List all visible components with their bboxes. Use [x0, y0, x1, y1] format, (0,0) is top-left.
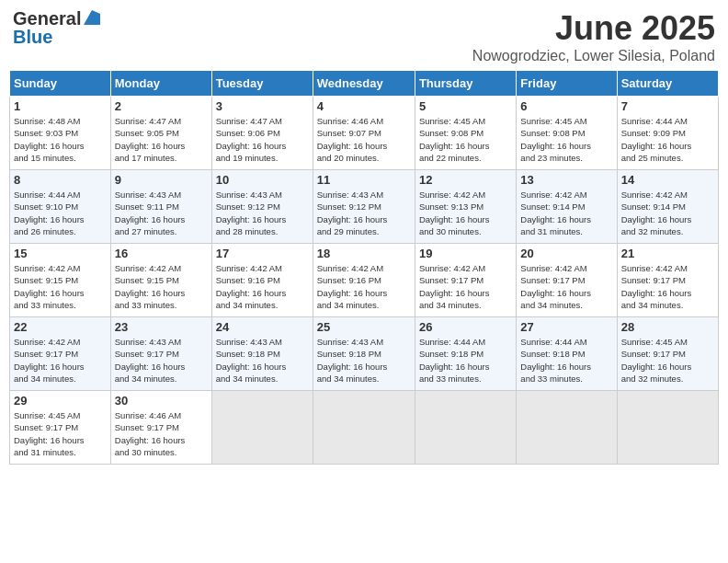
calendar-cell: 9Sunrise: 4:43 AM Sunset: 9:11 PM Daylig…	[110, 170, 211, 244]
day-number: 30	[115, 394, 208, 408]
day-info: Sunrise: 4:43 AM Sunset: 9:12 PM Dayligh…	[216, 189, 309, 237]
calendar-cell: 20Sunrise: 4:42 AM Sunset: 9:17 PM Dayli…	[517, 244, 617, 317]
day-number: 23	[115, 320, 208, 334]
day-info: Sunrise: 4:43 AM Sunset: 9:12 PM Dayligh…	[317, 189, 411, 237]
day-number: 11	[317, 173, 411, 187]
day-number: 5	[419, 99, 512, 113]
day-number: 15	[14, 247, 107, 260]
calendar-header-monday: Monday	[110, 71, 211, 97]
day-number: 14	[621, 173, 714, 187]
day-info: Sunrise: 4:44 AM Sunset: 9:09 PM Dayligh…	[621, 115, 714, 164]
calendar-cell: 4Sunrise: 4:46 AM Sunset: 9:07 PM Daylig…	[313, 97, 415, 170]
day-number: 13	[520, 173, 612, 187]
calendar-cell: 7Sunrise: 4:44 AM Sunset: 9:09 PM Daylig…	[617, 97, 718, 170]
calendar-cell: 23Sunrise: 4:43 AM Sunset: 9:17 PM Dayli…	[110, 317, 211, 391]
calendar-cell: 16Sunrise: 4:42 AM Sunset: 9:15 PM Dayli…	[110, 244, 211, 317]
day-number: 18	[317, 247, 411, 260]
day-info: Sunrise: 4:42 AM Sunset: 9:15 PM Dayligh…	[115, 262, 208, 311]
logo-blue-text: Blue	[13, 27, 52, 47]
day-info: Sunrise: 4:42 AM Sunset: 9:14 PM Dayligh…	[520, 189, 612, 237]
calendar-cell: 11Sunrise: 4:43 AM Sunset: 9:12 PM Dayli…	[313, 170, 415, 244]
day-number: 24	[216, 320, 309, 334]
day-number: 9	[115, 173, 208, 187]
day-info: Sunrise: 4:42 AM Sunset: 9:17 PM Dayligh…	[520, 262, 612, 311]
day-info: Sunrise: 4:43 AM Sunset: 9:17 PM Dayligh…	[115, 336, 208, 385]
calendar-cell: 15Sunrise: 4:42 AM Sunset: 9:15 PM Dayli…	[10, 244, 111, 317]
calendar-cell: 22Sunrise: 4:42 AM Sunset: 9:17 PM Dayli…	[10, 317, 111, 391]
logo: General Blue	[13, 9, 100, 47]
day-number: 4	[317, 99, 411, 113]
day-info: Sunrise: 4:46 AM Sunset: 9:17 PM Dayligh…	[115, 409, 208, 458]
calendar-cell: 24Sunrise: 4:43 AM Sunset: 9:18 PM Dayli…	[211, 317, 313, 391]
calendar-cell: 30Sunrise: 4:46 AM Sunset: 9:17 PM Dayli…	[110, 391, 211, 465]
calendar-cell	[313, 391, 415, 465]
day-number: 20	[520, 247, 612, 260]
calendar-cell: 12Sunrise: 4:42 AM Sunset: 9:13 PM Dayli…	[415, 170, 516, 244]
calendar-week-row: 8Sunrise: 4:44 AM Sunset: 9:10 PM Daylig…	[10, 170, 719, 244]
day-number: 19	[419, 247, 512, 260]
page-header: General Blue June 2025 Nowogrodziec, Low…	[9, 9, 719, 64]
day-info: Sunrise: 4:43 AM Sunset: 9:18 PM Dayligh…	[317, 336, 411, 385]
day-number: 29	[14, 394, 107, 408]
day-number: 21	[621, 247, 714, 260]
calendar-header-sunday: Sunday	[10, 71, 111, 97]
calendar-cell	[517, 391, 617, 465]
day-info: Sunrise: 4:42 AM Sunset: 9:15 PM Dayligh…	[14, 262, 107, 311]
day-number: 2	[115, 99, 208, 113]
day-info: Sunrise: 4:42 AM Sunset: 9:13 PM Dayligh…	[419, 189, 512, 237]
calendar-cell: 25Sunrise: 4:43 AM Sunset: 9:18 PM Dayli…	[313, 317, 415, 391]
day-info: Sunrise: 4:44 AM Sunset: 9:18 PM Dayligh…	[419, 336, 512, 385]
calendar-cell	[415, 391, 516, 465]
svg-marker-0	[84, 10, 100, 25]
calendar-cell	[617, 391, 718, 465]
calendar-header-row: SundayMondayTuesdayWednesdayThursdayFrid…	[10, 71, 719, 97]
calendar-header-saturday: Saturday	[617, 71, 718, 97]
month-title: June 2025	[472, 9, 715, 48]
day-info: Sunrise: 4:42 AM Sunset: 9:16 PM Dayligh…	[317, 262, 411, 311]
calendar-header-tuesday: Tuesday	[211, 71, 313, 97]
logo-general-text: General	[13, 9, 81, 28]
calendar-cell: 18Sunrise: 4:42 AM Sunset: 9:16 PM Dayli…	[313, 244, 415, 317]
day-info: Sunrise: 4:44 AM Sunset: 9:10 PM Dayligh…	[14, 189, 107, 237]
day-info: Sunrise: 4:45 AM Sunset: 9:17 PM Dayligh…	[621, 336, 714, 385]
calendar-cell: 26Sunrise: 4:44 AM Sunset: 9:18 PM Dayli…	[415, 317, 516, 391]
day-number: 10	[216, 173, 309, 187]
calendar-header-friday: Friday	[517, 71, 617, 97]
day-number: 17	[216, 247, 309, 260]
day-number: 1	[14, 99, 107, 113]
day-info: Sunrise: 4:42 AM Sunset: 9:16 PM Dayligh…	[216, 262, 309, 311]
calendar-cell	[211, 391, 313, 465]
day-info: Sunrise: 4:42 AM Sunset: 9:14 PM Dayligh…	[621, 189, 714, 237]
calendar-cell: 6Sunrise: 4:45 AM Sunset: 9:08 PM Daylig…	[517, 97, 617, 170]
day-info: Sunrise: 4:43 AM Sunset: 9:18 PM Dayligh…	[216, 336, 309, 385]
day-info: Sunrise: 4:45 AM Sunset: 9:08 PM Dayligh…	[520, 115, 612, 164]
day-info: Sunrise: 4:44 AM Sunset: 9:18 PM Dayligh…	[520, 336, 612, 385]
day-number: 6	[520, 99, 612, 113]
day-number: 27	[520, 320, 612, 334]
calendar-week-row: 15Sunrise: 4:42 AM Sunset: 9:15 PM Dayli…	[10, 244, 719, 317]
day-info: Sunrise: 4:42 AM Sunset: 9:17 PM Dayligh…	[419, 262, 512, 311]
day-info: Sunrise: 4:45 AM Sunset: 9:08 PM Dayligh…	[419, 115, 512, 164]
day-info: Sunrise: 4:48 AM Sunset: 9:03 PM Dayligh…	[14, 115, 107, 164]
calendar-cell: 21Sunrise: 4:42 AM Sunset: 9:17 PM Dayli…	[617, 244, 718, 317]
day-number: 7	[621, 99, 714, 113]
calendar-header-wednesday: Wednesday	[313, 71, 415, 97]
calendar-cell: 3Sunrise: 4:47 AM Sunset: 9:06 PM Daylig…	[211, 97, 313, 170]
calendar-week-row: 29Sunrise: 4:45 AM Sunset: 9:17 PM Dayli…	[10, 391, 719, 465]
day-number: 8	[14, 173, 107, 187]
calendar-cell: 5Sunrise: 4:45 AM Sunset: 9:08 PM Daylig…	[415, 97, 516, 170]
calendar-cell: 13Sunrise: 4:42 AM Sunset: 9:14 PM Dayli…	[517, 170, 617, 244]
day-info: Sunrise: 4:47 AM Sunset: 9:06 PM Dayligh…	[216, 115, 309, 164]
day-info: Sunrise: 4:42 AM Sunset: 9:17 PM Dayligh…	[621, 262, 714, 311]
day-number: 25	[317, 320, 411, 334]
day-number: 3	[216, 99, 309, 113]
calendar-week-row: 1Sunrise: 4:48 AM Sunset: 9:03 PM Daylig…	[10, 97, 719, 170]
calendar-cell: 2Sunrise: 4:47 AM Sunset: 9:05 PM Daylig…	[110, 97, 211, 170]
calendar-cell: 27Sunrise: 4:44 AM Sunset: 9:18 PM Dayli…	[517, 317, 617, 391]
calendar-cell: 17Sunrise: 4:42 AM Sunset: 9:16 PM Dayli…	[211, 244, 313, 317]
location-title: Nowogrodziec, Lower Silesia, Poland	[472, 48, 715, 64]
calendar-cell: 10Sunrise: 4:43 AM Sunset: 9:12 PM Dayli…	[211, 170, 313, 244]
calendar-table: SundayMondayTuesdayWednesdayThursdayFrid…	[9, 70, 719, 465]
day-number: 22	[14, 320, 107, 334]
calendar-header-thursday: Thursday	[415, 71, 516, 97]
